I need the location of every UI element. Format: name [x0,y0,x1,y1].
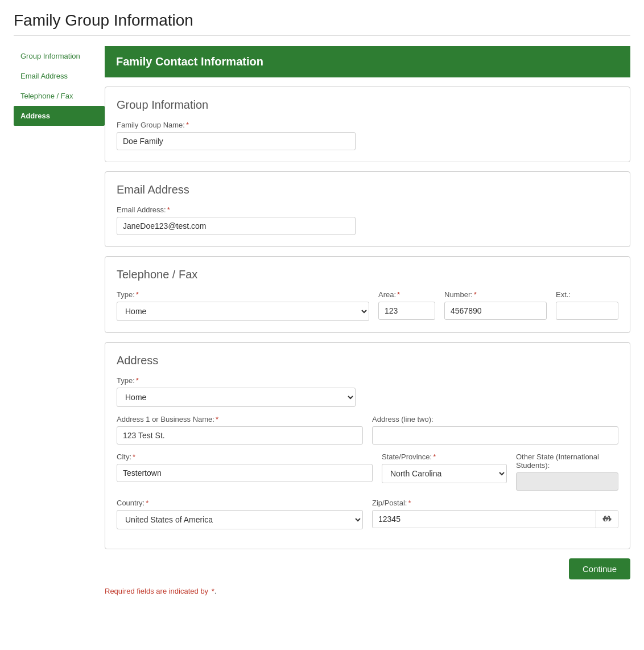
required-star-number: * [474,290,477,299]
email-address-card: Email Address Email Address:* [105,171,630,247]
footer-row: Continue [105,558,630,579]
required-star-country: * [146,499,148,507]
addr1-input[interactable] [117,426,363,445]
city-input[interactable] [117,464,373,482]
sidebar: Group Information Email Address Telephon… [14,46,105,595]
country-select[interactable]: United States of AmericaCanadaUnited Kin… [117,510,363,529]
section-header: Family Contact Information [105,46,630,77]
state-select[interactable]: AlabamaAlaskaArizonaArkansasCaliforniaCo… [382,464,507,483]
telephone-fax-title: Telephone / Fax [117,268,618,281]
required-star-addr-type: * [136,376,139,385]
phone-type-label: Type:* [117,290,369,299]
phone-ext-input[interactable] [556,302,618,320]
zip-label: Zip/Postal:* [372,499,618,507]
zip-lookup-button[interactable] [596,511,618,528]
required-note: Required fields are indicated by *. [105,586,630,595]
required-star-zip: * [408,499,411,507]
country-label: Country:* [117,499,363,507]
section-header-title: Family Contact Information [116,55,263,68]
required-star-area: * [397,290,400,299]
phone-ext-label: Ext.: [556,290,618,299]
family-group-name-input[interactable] [117,132,356,150]
required-note-star: * [212,587,214,595]
sidebar-item-address[interactable]: Address [14,106,105,126]
main-content: Family Contact Information Group Informa… [105,46,630,595]
required-note-text: Required fields are indicated by *. [105,587,216,595]
sidebar-item-telephone-fax[interactable]: Telephone / Fax [14,86,105,106]
phone-number-label: Number:* [444,290,547,299]
zip-wrapper [372,510,618,528]
telephone-fax-card: Telephone / Fax Type:* Home Work Cell Fa… [105,256,630,333]
phone-type-select[interactable]: Home Work Cell Fax [117,302,369,321]
binoculars-icon [602,514,612,524]
sidebar-item-email-address[interactable]: Email Address [14,66,105,86]
page-title: Family Group Information [14,11,630,36]
required-star-email: * [167,205,170,214]
group-information-title: Group Information [117,98,618,112]
address-title: Address [117,354,618,367]
email-label: Email Address:* [117,205,618,214]
phone-number-input[interactable] [444,302,547,320]
city-label: City:* [117,452,373,461]
phone-area-input[interactable] [378,302,435,320]
zip-input[interactable] [373,511,596,528]
addr1-label: Address 1 or Business Name:* [117,415,363,423]
address-type-select[interactable]: Home Work Other [117,388,356,407]
sidebar-item-group-information[interactable]: Group Information [14,46,105,66]
addr2-label: Address (line two): [372,415,618,423]
phone-area-label: Area:* [378,290,435,299]
email-input[interactable] [117,217,356,235]
other-state-input[interactable] [516,472,618,491]
required-star-addr1: * [216,415,218,423]
state-label: State/Province:* [382,452,507,461]
address-type-label: Type:* [117,376,356,385]
address-card: Address Type:* Home Work Other [105,342,630,549]
group-information-card: Group Information Family Group Name:* [105,87,630,162]
email-address-title: Email Address [117,183,618,196]
required-star-city: * [133,452,135,461]
continue-button[interactable]: Continue [569,558,630,579]
family-group-name-label: Family Group Name:* [117,121,618,129]
required-star-phone-type: * [136,290,139,299]
required-star-state: * [433,452,436,461]
addr2-input[interactable] [372,426,618,445]
other-state-label: Other State (International Students): [516,452,618,470]
required-star: * [186,121,189,129]
